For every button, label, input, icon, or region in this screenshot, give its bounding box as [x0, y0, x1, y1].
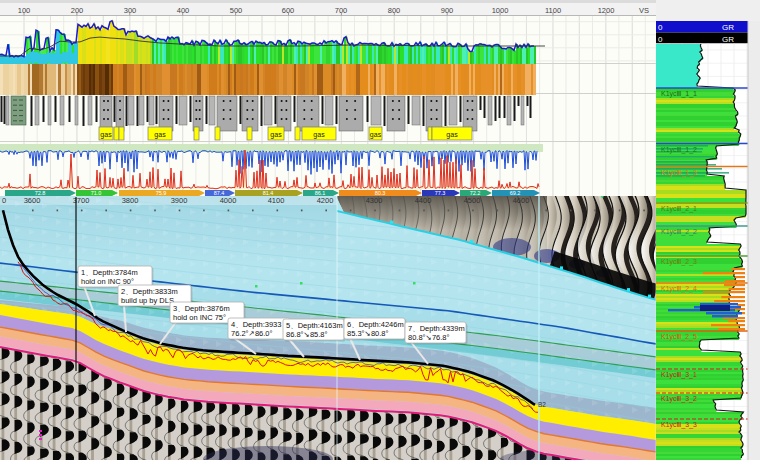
svg-text:gas: gas	[446, 131, 458, 139]
svg-text:gas: gas	[270, 131, 282, 139]
svg-text:3800: 3800	[122, 196, 139, 205]
svg-text:80.3: 80.3	[375, 190, 386, 196]
svg-text:6、Depth:4246m: 6、Depth:4246m	[347, 320, 404, 329]
svg-text:0: 0	[658, 23, 663, 32]
svg-text:gas: gas	[154, 131, 166, 139]
svg-text:GR: GR	[722, 35, 734, 44]
svg-text:K1ycⅢ_3_1: K1ycⅢ_3_1	[661, 371, 697, 379]
svg-text:72.8: 72.8	[35, 190, 46, 196]
svg-text:K1ycⅢ_3_2: K1ycⅢ_3_2	[661, 395, 697, 403]
svg-text:76.2°↗86.0°: 76.2°↗86.0°	[231, 329, 272, 338]
svg-text:4300: 4300	[366, 196, 383, 205]
svg-text:81.4: 81.4	[263, 190, 274, 196]
svg-text:2、Depth:3833m: 2、Depth:3833m	[121, 287, 178, 296]
svg-text:4500: 4500	[464, 196, 481, 205]
svg-text:0: 0	[2, 196, 6, 205]
svg-text:GR: GR	[722, 23, 734, 32]
svg-text:gas: gas	[370, 131, 382, 139]
svg-text:K1ycⅢ_1_1: K1ycⅢ_1_1	[661, 90, 697, 98]
svg-text:1、Depth:3784m: 1、Depth:3784m	[81, 268, 138, 277]
svg-text:3900: 3900	[171, 196, 188, 205]
svg-text:K1ycⅢ_2_3: K1ycⅢ_2_3	[661, 258, 697, 266]
svg-text:build up by DLS: build up by DLS	[121, 296, 174, 305]
svg-text:K1ycⅢ_2_1: K1ycⅢ_2_1	[661, 205, 697, 213]
svg-text:K1ycⅢ_1_3: K1ycⅢ_1_3	[661, 169, 697, 177]
svg-text:4200: 4200	[317, 196, 334, 205]
svg-text:gas: gas	[313, 131, 325, 139]
svg-text:gas: gas	[100, 131, 112, 139]
svg-text:72.2: 72.2	[470, 190, 481, 196]
svg-text:85.3°↘80.8°: 85.3°↘80.8°	[347, 329, 388, 338]
svg-text:B2: B2	[538, 401, 546, 408]
svg-text:3700: 3700	[73, 196, 90, 205]
svg-text:80.8°↘76.8°: 80.8°↘76.8°	[408, 333, 449, 342]
svg-text:K1ycⅢ_3_3: K1ycⅢ_3_3	[661, 421, 697, 429]
svg-text:3、Depth:3876m: 3、Depth:3876m	[173, 304, 230, 313]
svg-text:K1ycⅢ_1_2: K1ycⅢ_1_2	[661, 146, 697, 154]
svg-text:0: 0	[658, 35, 663, 44]
svg-text:77.3: 77.3	[435, 190, 446, 196]
svg-text:hold on INC 75°: hold on INC 75°	[173, 313, 226, 322]
svg-text:4000: 4000	[220, 196, 237, 205]
svg-text:3600: 3600	[24, 196, 41, 205]
svg-text:86.1: 86.1	[315, 190, 326, 196]
svg-text:VS: VS	[639, 6, 649, 15]
svg-text:86.8°↘85.8°: 86.8°↘85.8°	[286, 330, 327, 339]
svg-text:K1ycⅢ_2_2: K1ycⅢ_2_2	[661, 228, 697, 236]
svg-text:4600: 4600	[513, 196, 530, 205]
svg-text:71.0: 71.0	[91, 190, 102, 196]
svg-text:5、Depth:4163m: 5、Depth:4163m	[286, 321, 343, 330]
svg-text:4、Depth:3933: 4、Depth:3933	[231, 320, 281, 329]
svg-text:69.2: 69.2	[510, 190, 521, 196]
svg-text:4400: 4400	[415, 196, 432, 205]
svg-text:7、Depth:4339m: 7、Depth:4339m	[408, 324, 465, 333]
svg-text:4100: 4100	[268, 196, 285, 205]
svg-text:87.4: 87.4	[214, 190, 225, 196]
svg-text:75.9: 75.9	[156, 190, 167, 196]
svg-text:K1ycⅢ_2_5: K1ycⅢ_2_5	[661, 333, 697, 341]
svg-text:K1ycⅢ_2_4: K1ycⅢ_2_4	[661, 285, 697, 293]
